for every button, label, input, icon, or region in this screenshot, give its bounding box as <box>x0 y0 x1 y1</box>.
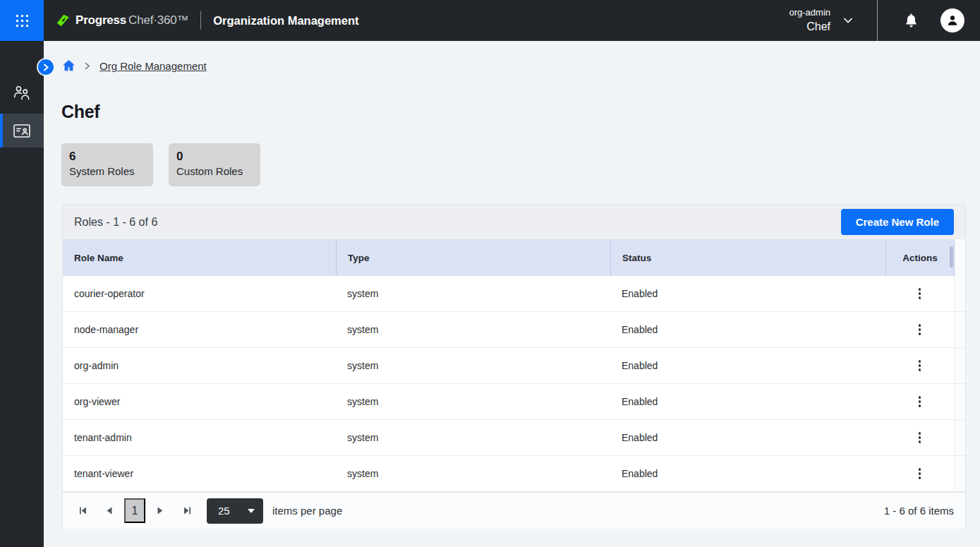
stat-label: System Roles <box>69 165 145 177</box>
pager-next-button[interactable] <box>152 503 169 519</box>
scrollbar-gutter <box>954 456 965 491</box>
role-status-cell: Enabled <box>610 456 885 491</box>
brand-logo: ProgressChef·360™ <box>55 13 188 28</box>
skip-to-last-icon <box>183 506 192 515</box>
row-actions-button[interactable] <box>911 464 929 483</box>
user-org-label: org-admin <box>789 6 830 19</box>
create-new-role-button[interactable]: Create New Role <box>841 209 954 235</box>
kebab-menu-icon <box>919 324 921 327</box>
table-row[interactable]: tenant-viewer system Enabled <box>63 456 965 492</box>
breadcrumb-separator <box>85 62 90 70</box>
role-name-cell: tenant-viewer <box>63 456 336 491</box>
sidebar-item-roles[interactable] <box>0 114 44 148</box>
table-body: courier-operator system Enabled node-man… <box>63 276 965 492</box>
column-header-type[interactable]: Type <box>336 239 610 276</box>
role-type-cell: system <box>336 312 610 347</box>
role-type-cell: system <box>336 420 610 455</box>
stat-label: Custom Roles <box>176 165 253 177</box>
pager-last-button[interactable] <box>179 503 195 519</box>
panel-title: Roles - 1 - 6 of 6 <box>74 216 157 229</box>
breadcrumb-home-link[interactable] <box>62 59 75 72</box>
row-actions-button[interactable] <box>911 320 929 339</box>
kebab-menu-icon <box>919 432 921 435</box>
page-title: Chef <box>61 102 99 122</box>
stat-card-custom-roles: 0 Custom Roles <box>169 143 260 186</box>
app-launcher-button[interactable] <box>0 0 44 41</box>
pager-page-1[interactable]: 1 <box>124 498 145 523</box>
page-size-select[interactable]: 25 <box>207 498 263 524</box>
role-status-cell: Enabled <box>610 276 885 311</box>
notifications-button[interactable] <box>903 12 919 29</box>
pager-first-button[interactable] <box>74 503 91 519</box>
breadcrumb-link-org-role-management[interactable]: Org Role Management <box>99 60 207 72</box>
person-icon <box>945 13 960 28</box>
role-name-cell: org-viewer <box>63 384 336 419</box>
kebab-menu-icon <box>919 468 921 471</box>
role-actions-cell <box>885 456 954 491</box>
chevron-right-icon <box>43 64 49 71</box>
role-status-cell: Enabled <box>610 348 885 383</box>
role-actions-cell <box>885 384 954 419</box>
table-row[interactable]: org-viewer system Enabled <box>63 384 965 420</box>
role-actions-cell <box>885 276 954 311</box>
scrollbar-gutter <box>954 348 965 383</box>
items-per-page-label: items per page <box>272 505 342 517</box>
progress-logo-icon <box>55 13 71 28</box>
previous-icon <box>106 506 113 515</box>
role-type-cell: system <box>336 348 610 383</box>
table-scrollbar-thumb[interactable] <box>950 246 953 268</box>
stat-card-system-roles: 6 System Roles <box>61 143 153 186</box>
role-name-cell: node-manager <box>63 312 336 347</box>
scrollbar-gutter <box>954 312 965 347</box>
sidebar-expand-button[interactable] <box>38 59 54 75</box>
table-row[interactable]: courier-operator system Enabled <box>63 276 965 312</box>
skip-to-first-icon <box>78 506 87 515</box>
stat-cards: 6 System Roles 0 Custom Roles <box>61 143 260 186</box>
brand-chef360: Chef·360™ <box>128 13 188 27</box>
header-divider <box>200 11 201 30</box>
id-badge-icon <box>13 123 31 139</box>
table-row[interactable]: node-manager system Enabled <box>63 312 965 348</box>
brand-progress: Progress <box>75 13 126 27</box>
row-actions-button[interactable] <box>911 284 929 303</box>
scrollbar-gutter <box>954 420 965 455</box>
column-header-role-name[interactable]: Role Name <box>63 239 336 276</box>
sidebar <box>0 41 44 547</box>
column-header-status[interactable]: Status <box>610 239 885 276</box>
role-actions-cell <box>885 420 954 455</box>
scrollbar-gutter <box>954 239 965 276</box>
header-divider-full <box>877 0 878 41</box>
scrollbar-gutter <box>954 384 965 419</box>
role-type-cell: system <box>336 384 610 419</box>
role-actions-cell <box>885 312 954 347</box>
chevron-down-icon <box>843 17 853 24</box>
table-row[interactable]: org-admin system Enabled <box>63 348 965 384</box>
pagination-bar: 1 25 items per page 1 - 6 of 6 items <box>63 492 965 529</box>
row-actions-button[interactable] <box>911 428 929 447</box>
tenant-switcher[interactable]: org-admin Chef <box>789 6 853 34</box>
pager-previous-button[interactable] <box>101 503 118 519</box>
sidebar-item-users[interactable] <box>0 76 44 109</box>
roles-panel: Roles - 1 - 6 of 6 Create New Role Role … <box>62 204 966 528</box>
panel-header: Roles - 1 - 6 of 6 Create New Role <box>63 205 965 239</box>
header-right-group: org-admin Chef <box>789 0 980 41</box>
role-type-cell: system <box>336 276 610 311</box>
table-header-row: Role Name Type Status Actions <box>63 239 965 276</box>
role-status-cell: Enabled <box>610 420 885 455</box>
role-name-cell: tenant-admin <box>63 420 336 455</box>
table-row[interactable]: tenant-admin system Enabled <box>63 420 965 456</box>
user-tenant-label: Chef <box>789 19 830 35</box>
page-size-value: 25 <box>218 505 230 517</box>
row-actions-button[interactable] <box>911 356 929 375</box>
role-name-cell: courier-operator <box>63 276 336 311</box>
app-title: Organization Management <box>213 14 358 28</box>
kebab-menu-icon <box>919 396 921 399</box>
breadcrumb: Org Role Management <box>62 58 207 73</box>
chevron-right-icon <box>85 62 90 70</box>
row-actions-button[interactable] <box>911 392 929 411</box>
role-actions-cell <box>885 348 954 383</box>
account-button[interactable] <box>940 8 964 32</box>
column-header-actions: Actions <box>885 239 954 276</box>
role-status-cell: Enabled <box>610 312 885 347</box>
stat-value: 0 <box>176 150 253 164</box>
